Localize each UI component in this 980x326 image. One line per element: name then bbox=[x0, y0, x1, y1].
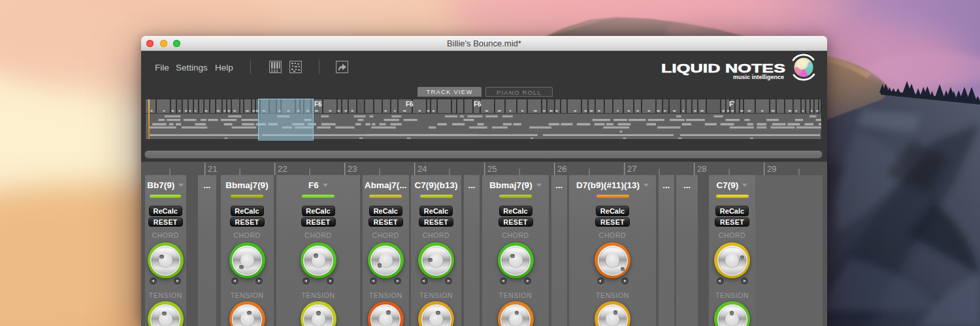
svg-text:22: 22 bbox=[278, 164, 287, 174]
svg-text:25: 25 bbox=[487, 164, 497, 174]
svg-text:music intelligence: music intelligence bbox=[733, 74, 784, 80]
svg-text:LIQUID NOTES: LIQUID NOTES bbox=[661, 61, 785, 75]
svg-text:24: 24 bbox=[417, 164, 427, 174]
svg-text:29: 29 bbox=[767, 164, 776, 174]
svg-text:26: 26 bbox=[557, 164, 566, 174]
svg-text:F': F' bbox=[729, 100, 735, 107]
svg-text:F6: F6 bbox=[474, 100, 482, 107]
svg-text:23: 23 bbox=[348, 164, 357, 174]
svg-text:27: 27 bbox=[627, 164, 636, 174]
svg-text:21: 21 bbox=[208, 164, 217, 174]
svg-text:F6: F6 bbox=[406, 100, 414, 107]
svg-text:F6: F6 bbox=[314, 100, 322, 107]
svg-text:28: 28 bbox=[697, 164, 706, 174]
